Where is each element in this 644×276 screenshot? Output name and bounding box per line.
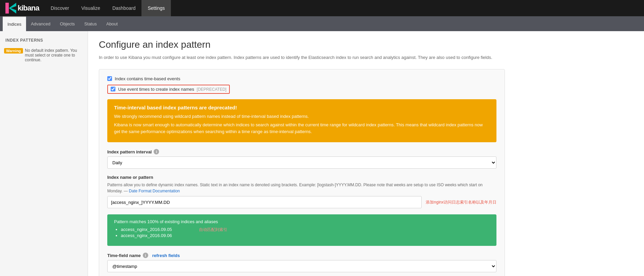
subnav-item-indices[interactable]: Indices xyxy=(3,16,26,31)
sub-nav: Indices Advanced Objects Status About xyxy=(0,16,644,31)
time-field-group: Time-field name i refresh fields @timest… xyxy=(107,253,496,272)
main-layout: Index Patterns Warning No default index … xyxy=(0,31,644,276)
page-title: Configure an index pattern xyxy=(99,39,633,50)
match-panel-annotation: 自动匹配到索引 xyxy=(199,227,227,233)
time-field-info-icon[interactable]: i xyxy=(143,253,148,258)
nav-item-dashboard[interactable]: Dashboard xyxy=(106,0,142,16)
warning-text: No default index pattern. You must selec… xyxy=(25,48,84,62)
interval-field-group: Index pattern interval i Daily Weekly Mo… xyxy=(107,149,496,169)
use-event-label: Use event times to create index names [D… xyxy=(118,87,226,92)
subnav-item-advanced[interactable]: Advanced xyxy=(26,16,55,31)
index-name-field-group: Index name or pattern Patterns allow you… xyxy=(107,175,496,208)
time-field-select[interactable]: @timestamp xyxy=(107,260,496,272)
match-index-0: access_nginx_2016.09.05 xyxy=(121,227,172,232)
subnav-item-about[interactable]: About xyxy=(102,16,123,31)
match-panel-indices: access_nginx_2016.09.05 access_nginx_201… xyxy=(114,227,172,239)
svg-marker-1 xyxy=(9,3,16,14)
index-name-annotation: 添加nginx访问日志索引名称以及年月日 xyxy=(426,199,496,205)
match-panel-title: Pattern matches 100% of existing indices… xyxy=(114,219,490,224)
index-name-input-wrapper: 添加nginx访问日志索引名称以及年月日 xyxy=(107,196,496,208)
main-content: Configure an index pattern In order to u… xyxy=(88,31,644,276)
subnav-item-objects[interactable]: Objects xyxy=(55,16,80,31)
svg-rect-0 xyxy=(5,3,9,14)
warning-badge: Warning xyxy=(4,48,23,54)
time-based-checkbox-row: Index contains time-based events xyxy=(107,76,496,81)
use-event-checkbox[interactable] xyxy=(111,87,115,91)
deprecated-checkbox-container: Use event times to create index names [D… xyxy=(107,85,230,94)
nav-item-visualize[interactable]: Visualize xyxy=(75,0,106,16)
nav-item-settings[interactable]: Settings xyxy=(141,0,171,16)
time-based-label: Index contains time-based events xyxy=(115,76,180,81)
subnav-item-status[interactable]: Status xyxy=(80,16,102,31)
index-name-hint: Patterns allow you to define dynamic ind… xyxy=(107,182,496,194)
interval-label: Index pattern interval i xyxy=(107,149,496,154)
time-based-checkbox[interactable] xyxy=(107,76,112,81)
page-description: In order to use Kibana you must configur… xyxy=(99,54,505,61)
match-index-1: access_nginx_2016.09.06 xyxy=(121,233,172,238)
deprecated-warning-panel: Time-interval based index patterns are d… xyxy=(107,99,496,143)
time-field-label: Time-field name i refresh fields xyxy=(107,253,496,258)
date-format-link[interactable]: Date Format Documentation xyxy=(129,189,180,193)
index-name-input[interactable] xyxy=(107,196,422,208)
interval-select[interactable]: Daily Weekly Monthly Yearly xyxy=(107,156,496,169)
nav-item-discover[interactable]: Discover xyxy=(45,0,75,16)
use-event-checkbox-row: Use event times to create index names [D… xyxy=(111,87,226,92)
logo-text: kibana xyxy=(18,4,39,13)
interval-info-icon[interactable]: i xyxy=(154,149,159,154)
warning-box: Warning No default index pattern. You mu… xyxy=(4,48,84,62)
sidebar-title: Index Patterns xyxy=(0,35,88,45)
top-nav-items: Discover Visualize Dashboard Settings xyxy=(45,0,171,16)
deprecated-panel-text2: Kibana is now smart enough to automatica… xyxy=(114,122,490,135)
form-card: Index contains time-based events Use eve… xyxy=(99,69,505,276)
deprecated-tag: [DEPRECATED] xyxy=(197,87,226,92)
logo[interactable]: kibana xyxy=(0,0,45,16)
deprecated-panel-text1: We strongly recommend using wildcard pat… xyxy=(114,113,490,120)
deprecated-panel-title: Time-interval based index patterns are d… xyxy=(114,105,490,110)
sidebar: Index Patterns Warning No default index … xyxy=(0,31,88,276)
index-name-label: Index name or pattern xyxy=(107,175,496,180)
refresh-fields-link[interactable]: refresh fields xyxy=(152,253,180,258)
match-panel: Pattern matches 100% of existing indices… xyxy=(107,214,496,246)
top-nav: kibana Discover Visualize Dashboard Sett… xyxy=(0,0,644,16)
